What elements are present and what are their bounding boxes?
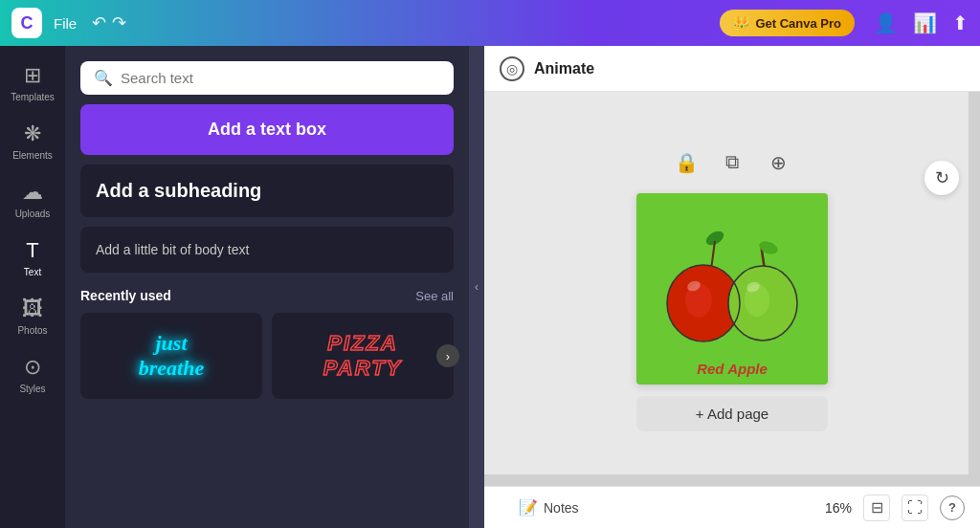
notes-label: Notes [544,500,579,516]
people-icon[interactable]: 👤 [874,11,898,34]
share-icon[interactable]: ⬆ [952,11,969,34]
sidebar-item-label: Text [24,267,41,277]
help-button[interactable]: ? [940,495,965,520]
animate-bar: ◎ Animate [484,46,980,92]
font-sample-pizza-party[interactable]: PIZZA PARTY [272,313,454,399]
recently-used-header: Recently used See all [80,288,454,303]
main-content: ⊞ Templates ❋ Elements ☁ Uploads T Text … [0,46,980,528]
undo-redo-group: ↶ ↷ [92,12,126,33]
templates-icon: ⊞ [24,63,41,88]
scrollbar-right[interactable] [969,92,980,486]
font-samples: just breathe PIZZA PARTY › [80,313,454,399]
carousel-next-arrow[interactable]: › [436,344,459,367]
add-body-text-button[interactable]: Add a little bit of body text [80,227,454,273]
sidebar-item-label: Uploads [15,209,51,219]
text-panel: 🔍 Add a text box Add a subheading Add a … [65,46,469,528]
header-action-icons: 👤 📊 ⬆ [874,11,969,34]
styles-icon: ⊙ [24,355,41,380]
sidebar-item-styles[interactable]: ⊙ Styles [0,345,65,404]
scrollbar-bottom[interactable] [484,474,969,486]
header: C File ↶ ↷ 👑 Get Canva Pro 👤 📊 ⬆ [0,0,980,46]
slide-toolbar: 🔒 ⧉ ⊕ [671,147,793,178]
app-logo[interactable]: C [11,8,42,38]
elements-icon: ❋ [24,121,41,146]
animate-label: Animate [534,60,594,77]
sidebar-item-templates[interactable]: ⊞ Templates [0,54,65,112]
sidebar-item-photos[interactable]: 🖼 Photos [0,287,65,345]
pizza-party-text: PIZZA PARTY [323,331,403,382]
search-icon: 🔍 [94,69,113,87]
add-page-icon[interactable]: ⊕ [763,147,793,178]
page-view-button[interactable]: ⊟ [863,495,890,521]
sidebar-item-label: Elements [12,150,53,161]
fullscreen-button[interactable]: ⛶ [902,495,928,521]
font-sample-just-breathe[interactable]: just breathe [80,313,262,399]
copy-icon[interactable]: ⧉ [717,147,747,178]
add-page-button[interactable]: + Add page [636,396,828,431]
uploads-icon: ☁ [22,180,43,205]
sidebar-item-elements[interactable]: ❋ Elements [0,112,65,170]
search-input[interactable] [121,70,440,86]
sidebar-item-text[interactable]: T Text [0,229,65,287]
just-breathe-text: just breathe [139,331,204,382]
panel-collapse-button[interactable]: ‹ [469,46,484,528]
redo-button[interactable]: ↷ [112,12,126,33]
notes-button[interactable]: 📝 Notes [519,498,579,517]
status-bar: 📝 Notes 16% ⊟ ⛶ ? [484,486,980,528]
zoom-level: 16% [825,500,852,516]
photos-icon: 🖼 [22,297,43,321]
recently-used-label: Recently used [80,288,171,303]
apple-illustration [646,217,818,361]
file-menu[interactable]: File [54,15,77,32]
refresh-button[interactable]: ↻ [924,161,959,195]
canvas-content: 🔒 ⧉ ⊕ [484,92,980,486]
red-apple-label: Red Apple [697,361,768,377]
sidebar-item-label: Styles [19,384,45,394]
get-canva-pro-button[interactable]: 👑 Get Canva Pro [720,10,855,36]
see-all-link[interactable]: See all [415,289,454,303]
sidebar: ⊞ Templates ❋ Elements ☁ Uploads T Text … [0,46,65,528]
sidebar-item-uploads[interactable]: ☁ Uploads [0,170,65,229]
notes-icon: 📝 [519,498,538,517]
sidebar-item-label: Templates [11,92,55,102]
animate-icon: ◎ [500,56,524,81]
slide-container: 🔒 ⧉ ⊕ [636,147,828,431]
canvas-area: ◎ Animate 🔒 ⧉ ⊕ [484,46,980,528]
text-icon: T [26,238,38,263]
add-subheading-button[interactable]: Add a subheading [80,165,454,217]
svg-point-6 [758,238,780,255]
chart-icon[interactable]: 📊 [913,11,937,34]
search-bar: 🔍 [80,61,454,95]
add-textbox-button[interactable]: Add a text box [80,104,454,155]
sidebar-item-label: Photos [17,325,47,336]
lock-icon[interactable]: 🔒 [671,147,702,178]
slide-card[interactable]: Red Apple [636,193,828,385]
crown-icon: 👑 [733,15,749,31]
undo-button[interactable]: ↶ [92,12,106,33]
